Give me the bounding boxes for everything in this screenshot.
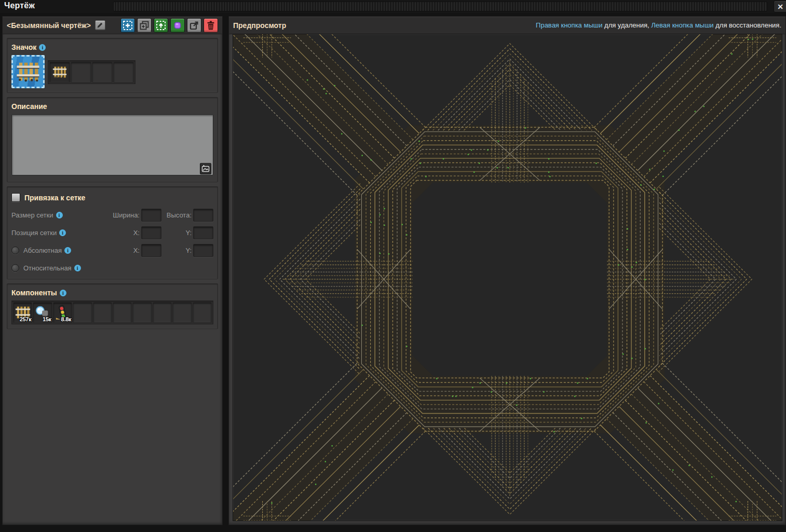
grid-width-input[interactable] (141, 209, 161, 222)
component-count: 15к (43, 316, 51, 322)
preview-hint: Правая кнопка мыши для удаления, Левая к… (536, 21, 781, 29)
select-new-contents-button[interactable] (120, 18, 135, 33)
absolute-radio[interactable] (11, 247, 19, 254)
components-strip: 257к 15к 8.8к (11, 301, 213, 324)
relative-radio[interactable] (11, 264, 19, 272)
component-count: 257к (20, 316, 32, 322)
toggle-tiles-button[interactable] (170, 18, 185, 33)
absolute-label: Абсолютная (23, 247, 62, 254)
hint-right-click: Правая кнопка мыши (536, 21, 602, 29)
components-section: Компонентыi 257к 15к 8.8к (7, 283, 218, 329)
rename-button[interactable] (95, 20, 105, 30)
grid-position-label: Позиция сетки (11, 229, 57, 237)
info-icon: i (60, 290, 66, 296)
y-label: Y: (161, 229, 192, 237)
rail-network-preview-image (233, 34, 782, 521)
window-title: Чертёж (4, 1, 35, 10)
image-icon (201, 165, 210, 173)
select-area-up-arrow-icon (156, 20, 166, 31)
select-area-plus-icon (123, 20, 133, 31)
blueprint-preview[interactable] (233, 34, 782, 521)
drag-handle[interactable] (113, 2, 767, 11)
description-section: Описание (7, 97, 218, 182)
delete-blueprint-button[interactable] (204, 18, 218, 33)
description-textarea[interactable] (11, 114, 213, 175)
component-slot-rail-signal[interactable]: 8.8к (53, 302, 72, 323)
component-slot-empty[interactable] (132, 302, 152, 323)
info-icon: i (64, 247, 71, 254)
grid-height-input[interactable] (193, 209, 213, 222)
export-arrow-icon (189, 20, 199, 31)
info-icon: i (59, 229, 66, 236)
preview-panel: Предпросмотр Правая кнопка мыши для удал… (228, 16, 786, 525)
components-title: Компоненты (11, 289, 57, 297)
close-icon: ✕ (777, 3, 783, 11)
component-slot-empty[interactable] (113, 302, 132, 323)
absolute-y-input[interactable] (193, 244, 213, 257)
select-additional-contents-button[interactable] (137, 18, 152, 33)
export-string-button[interactable] (187, 18, 201, 33)
blueprint-toolbar (120, 18, 218, 33)
component-slot-empty[interactable] (93, 302, 112, 323)
snap-to-grid-section: Привязка к сетке Размер сеткиi Ширина: В… (7, 186, 218, 279)
height-label: Высота: (161, 211, 192, 219)
info-icon: i (74, 265, 81, 271)
snap-to-grid-label: Привязка к сетке (24, 194, 85, 202)
info-icon: i (39, 44, 46, 51)
icon-slot-3[interactable] (92, 62, 113, 83)
component-slot-empty[interactable] (193, 302, 212, 323)
icon-slot-4[interactable] (113, 62, 134, 83)
add-image-button[interactable] (200, 163, 211, 174)
x-label: X: (110, 229, 140, 237)
component-slot-empty[interactable] (73, 302, 92, 323)
hint-text: для восстановления. (714, 21, 781, 29)
hint-left-click: Левая кнопка мыши (651, 21, 713, 29)
icon-slot-2[interactable] (71, 62, 91, 83)
x-label: X: (110, 247, 140, 254)
grid-pos-y-input[interactable] (193, 226, 213, 239)
component-slot-empty[interactable] (172, 302, 192, 323)
icon-section-title: Значок (11, 43, 36, 51)
trash-icon (206, 20, 216, 31)
description-title: Описание (11, 102, 47, 111)
grid-pos-x-input[interactable] (141, 226, 161, 239)
blueprint-name: <Безымянный чертёж> (7, 21, 91, 30)
blueprint-icon-preview[interactable] (11, 55, 45, 88)
relative-label: Относительная (23, 264, 72, 272)
preview-header: Предпросмотр Правая кнопка мыши для удал… (229, 17, 785, 34)
grid-size-label: Размер сетки (11, 211, 53, 219)
y-label: Y: (161, 247, 192, 254)
absolute-x-input[interactable] (141, 244, 161, 257)
blueprint-settings-panel: <Безымянный чертёж> (2, 16, 223, 525)
component-count: 8.8к (61, 316, 72, 322)
blueprint-header: <Безымянный чертёж> (3, 17, 222, 34)
window-titlebar: Чертёж ✕ (0, 0, 786, 13)
component-slot-empty[interactable] (153, 302, 172, 323)
rail-icon (16, 60, 40, 84)
icon-slot-strip (48, 60, 135, 84)
snap-to-grid-checkbox[interactable] (11, 193, 20, 202)
update-contents-button[interactable] (154, 18, 168, 33)
pencil-icon (97, 22, 103, 29)
info-icon: i (56, 212, 63, 219)
blueprint-dialog: Чертёж ✕ <Безымянный чертёж> (0, 0, 786, 532)
width-label: Ширина: (110, 211, 140, 219)
hint-text: для удаления, (602, 21, 651, 29)
tile-blob-icon (172, 20, 183, 31)
stacked-squares-plus-icon (139, 20, 150, 31)
component-slot-rail[interactable]: 257к (13, 302, 32, 323)
rail-icon (52, 65, 67, 79)
icon-slot-1[interactable] (49, 62, 70, 83)
icon-section: Значокi (7, 38, 218, 93)
preview-title: Предпросмотр (233, 21, 286, 30)
close-button[interactable]: ✕ (774, 1, 786, 12)
component-slot-lamp[interactable]: 15к (33, 302, 52, 323)
